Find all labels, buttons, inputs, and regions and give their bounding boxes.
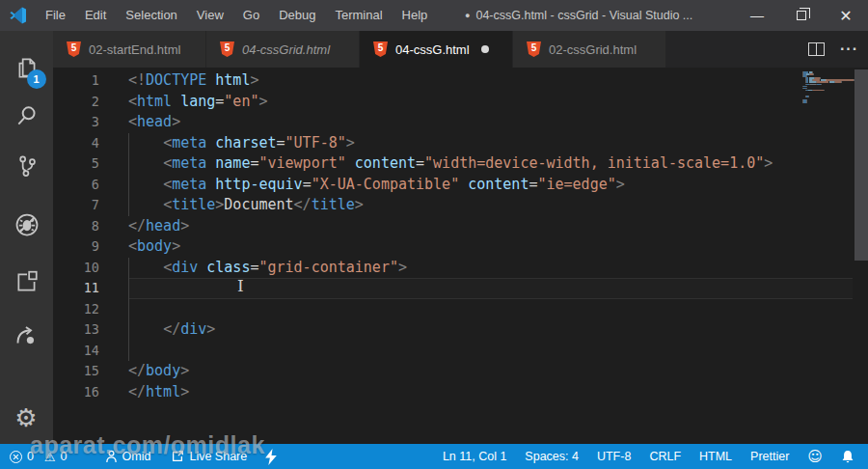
indent-guide [128, 319, 129, 341]
code-content [128, 299, 853, 320]
line-number: 8 [53, 216, 99, 237]
indent-guide [128, 175, 129, 196]
live-share-icon[interactable] [12, 319, 42, 350]
line-number: 14 [53, 341, 99, 362]
line-number: 4 [53, 133, 99, 154]
code-line-1[interactable]: 1<!DOCTYPE html> [53, 70, 868, 92]
feedback-smiley-icon[interactable]: ☺ [807, 448, 823, 465]
vertical-scrollbar[interactable] [854, 69, 868, 261]
line-number: 13 [53, 319, 99, 341]
code-content: <html lang="en"> [128, 92, 853, 113]
share-icon [171, 450, 184, 463]
split-editor-icon[interactable] [808, 42, 825, 56]
tab-04-cssGrid[interactable]: 04-cssGrid.html [206, 31, 359, 68]
debug-icon[interactable] [12, 209, 42, 240]
line-number: 12 [53, 299, 99, 320]
menu-debug[interactable]: Debug [269, 0, 325, 31]
code-line-9[interactable]: 9<body> [53, 236, 868, 258]
line-number: 5 [53, 153, 99, 175]
line-number: 11 [53, 278, 99, 299]
language-mode[interactable]: HTML [699, 450, 732, 463]
code-content: <!DOCTYPE html> [128, 70, 853, 92]
code-content: <title>Document</title> [128, 195, 853, 216]
code-line-3[interactable]: 3<head> [53, 112, 868, 133]
indent-guide [128, 258, 129, 279]
extensions-icon[interactable] [12, 266, 42, 297]
line-number: 6 [53, 175, 99, 196]
indent-guide [128, 278, 129, 299]
indent-guide [128, 195, 129, 216]
cursor-position[interactable]: Ln 11, Col 1 [443, 450, 506, 463]
menu-help[interactable]: Help [393, 0, 438, 31]
source-control-icon[interactable] [12, 151, 42, 181]
code-line-14[interactable]: 14 [53, 341, 868, 362]
code-content [128, 341, 853, 362]
warnings-icon: ⚠ [44, 451, 56, 463]
indentation[interactable]: Spaces: 4 [525, 450, 579, 463]
menu-view[interactable]: View [187, 0, 233, 31]
code-line-12[interactable]: 12 [53, 299, 868, 320]
menu-edit[interactable]: Edit [75, 0, 116, 31]
code-content: <head> [128, 112, 853, 133]
code-line-2[interactable]: 2<html lang="en"> [53, 92, 868, 113]
tab-04-cssG[interactable]: 04-cssG.html [360, 31, 512, 68]
restore-icon [797, 11, 806, 20]
tab-02-cssGrid[interactable]: 02-cssGrid.html [513, 31, 665, 68]
formatter[interactable]: Prettier [750, 450, 789, 463]
menu-file[interactable]: File [36, 0, 75, 31]
minimize-button[interactable]: — [735, 0, 779, 31]
code-line-8[interactable]: 8</head> [53, 216, 868, 237]
line-number: 2 [53, 92, 99, 113]
code-editor[interactable]: 1<!DOCTYPE html>2<html lang="en">3<head>… [53, 68, 868, 444]
dirty-indicator[interactable] [481, 45, 489, 53]
code-content: </div> [128, 319, 853, 341]
live-share-button[interactable]: Live Share [171, 450, 247, 463]
code-line-5[interactable]: 5 <meta name="viewport" content="width=d… [53, 153, 868, 175]
vscode-window: File Edit Selection View Go Debug Termin… [0, 0, 868, 469]
line-number: 16 [53, 382, 99, 403]
errors-icon [10, 451, 22, 463]
line-number: 1 [53, 70, 99, 92]
menu-selection[interactable]: Selection [116, 0, 186, 31]
menu-go[interactable]: Go [233, 0, 269, 31]
restore-button[interactable] [779, 0, 824, 31]
indent-guide [128, 153, 129, 175]
menu-bar: File Edit Selection View Go Debug Termin… [36, 0, 437, 31]
more-actions-icon[interactable]: ··· [840, 44, 858, 54]
code-line-6[interactable]: 6 <meta http-equiv="X-UA-Compatible" con… [53, 175, 868, 196]
eol-sequence[interactable]: CRLF [649, 450, 681, 463]
indent-guide [128, 299, 129, 320]
code-content: <div class="grid-container"> [128, 258, 853, 279]
search-icon[interactable] [12, 100, 42, 131]
vscode-logo-icon [9, 6, 28, 25]
html5-file-icon [373, 41, 388, 57]
explorer-icon[interactable]: 1 [12, 52, 42, 83]
html5-file-icon [527, 41, 541, 57]
code-line-11[interactable]: 11 [53, 278, 868, 299]
html5-file-icon [220, 41, 234, 57]
explorer-badge: 1 [27, 69, 46, 89]
notifications-bell-icon[interactable] [841, 450, 854, 464]
minimap[interactable] [802, 71, 856, 104]
code-content: <meta http-equiv="X-UA-Compatible" conte… [128, 175, 853, 196]
menu-terminal[interactable]: Terminal [325, 0, 392, 31]
line-number: 15 [53, 361, 99, 382]
line-number: 9 [53, 236, 99, 258]
html5-file-icon [67, 41, 81, 57]
indent-guide [128, 341, 129, 362]
code-line-15[interactable]: 15</body> [53, 361, 868, 382]
close-button[interactable]: ✕ [824, 0, 868, 31]
line-number: 3 [53, 112, 99, 133]
dirty-indicator-title: ● [465, 11, 470, 20]
problems-indicator[interactable]: 0 ⚠ 0 [10, 450, 68, 463]
settings-gear-icon[interactable]: ⚙ [11, 402, 41, 433]
code-line-13[interactable]: 13 </div> [53, 319, 868, 341]
window-title: ●04-cssG.html - cssGrid - Visual Studio … [465, 0, 692, 31]
encoding[interactable]: UTF-8 [597, 450, 631, 463]
code-line-4[interactable]: 4 <meta charset="UTF-8"> [53, 133, 868, 154]
tab-02-startEnd[interactable]: 02-startEnd.html [53, 31, 205, 68]
code-line-16[interactable]: 16</html> [53, 382, 868, 403]
account-item[interactable]: Omid [105, 450, 151, 463]
code-line-10[interactable]: 10 <div class="grid-container"> [53, 258, 868, 279]
code-line-7[interactable]: 7 <title>Document</title> [53, 195, 868, 216]
